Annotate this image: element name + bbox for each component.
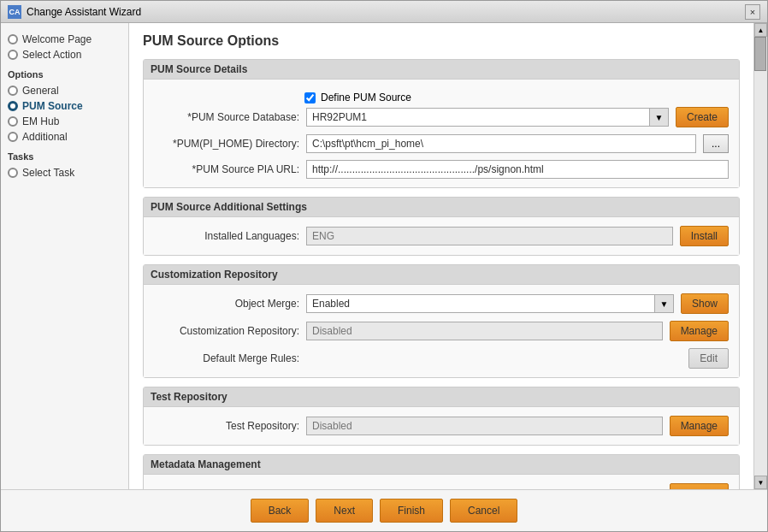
scrollbar[interactable]: ▲ ▼: [753, 23, 767, 489]
pum-source-additional-section: PUM Source Additional Settings Installed…: [143, 197, 740, 256]
sidebar-item-general[interactable]: General: [8, 83, 121, 98]
radio-welcome-page: [8, 34, 18, 44]
default-merge-row: Default Merge Rules: Edit: [154, 348, 729, 369]
sidebar-item-pum-source[interactable]: PUM Source: [8, 98, 121, 114]
pia-url-input[interactable]: [306, 160, 729, 179]
back-button[interactable]: Back: [251, 499, 310, 523]
migrate-row: Migrate Customer Data: Manage: [154, 483, 729, 489]
sidebar-label-em-hub: EM Hub: [22, 115, 59, 127]
test-repository-header: Test Repository: [144, 387, 739, 407]
page-title: PUM Source Options: [143, 33, 740, 49]
languages-input: [306, 227, 673, 245]
title-bar-text: Change Assistant Wizard: [27, 6, 740, 18]
database-select-wrapper: HR92PUM1 ▼: [306, 108, 669, 127]
default-merge-label: Default Merge Rules:: [154, 352, 299, 364]
object-merge-select-wrapper: Enabled Disabled ▼: [306, 294, 674, 313]
test-repo-row: Test Repository: Manage: [154, 416, 729, 436]
finish-button[interactable]: Finish: [380, 499, 443, 523]
main-content: Welcome Page Select Action Options Gener…: [1, 23, 767, 489]
sidebar-label-welcome-page: Welcome Page: [22, 33, 92, 45]
test-repository-section: Test Repository Test Repository: Manage: [143, 387, 740, 446]
database-select[interactable]: HR92PUM1: [306, 108, 650, 127]
create-button[interactable]: Create: [676, 107, 729, 127]
metadata-management-header: Metadata Management: [144, 455, 739, 475]
cancel-button[interactable]: Cancel: [450, 499, 517, 523]
custom-repo-label: Customization Repository:: [154, 325, 299, 337]
pi-home-browse-button[interactable]: ...: [703, 134, 729, 153]
pia-url-row: *PUM Source PIA URL:: [154, 160, 729, 179]
radio-pum-source: [8, 101, 18, 111]
test-repo-manage-button[interactable]: Manage: [670, 416, 729, 436]
custom-repo-row: Customization Repository: Manage: [154, 321, 729, 341]
scroll-up-button[interactable]: ▲: [754, 23, 767, 37]
sidebar-item-em-hub[interactable]: EM Hub: [8, 114, 121, 129]
pi-home-input[interactable]: [306, 134, 696, 153]
database-select-arrow[interactable]: ▼: [650, 108, 669, 127]
sidebar-label-pum-source: PUM Source: [22, 100, 83, 112]
object-merge-select[interactable]: Enabled Disabled: [306, 294, 655, 313]
tasks-section-label: Tasks: [8, 151, 121, 162]
object-merge-label: Object Merge:: [154, 298, 299, 310]
object-merge-select-arrow[interactable]: ▼: [655, 294, 674, 313]
app-icon: CA: [8, 5, 21, 19]
radio-general: [8, 86, 18, 96]
install-button[interactable]: Install: [680, 226, 729, 246]
title-bar: CA Change Assistant Wizard ×: [1, 1, 767, 23]
pum-source-details-section: PUM Source Details Define PUM Source *PU…: [143, 59, 740, 188]
radio-select-action: [8, 50, 18, 60]
languages-label: Installed Languages:: [154, 230, 299, 242]
next-button[interactable]: Next: [316, 499, 373, 523]
close-button[interactable]: ×: [745, 4, 760, 20]
custom-repo-input: [306, 322, 663, 340]
scroll-down-button[interactable]: ▼: [754, 476, 767, 489]
pum-source-additional-header: PUM Source Additional Settings: [144, 198, 739, 217]
radio-em-hub: [8, 116, 18, 127]
database-row: *PUM Source Database: HR92PUM1 ▼ Create: [154, 107, 729, 127]
pi-home-row: *PUM(PI_HOME) Directory: ...: [154, 134, 729, 153]
show-button[interactable]: Show: [681, 293, 729, 314]
test-repo-input: [306, 417, 663, 435]
scroll-thumb[interactable]: [754, 37, 766, 71]
sidebar-item-select-task[interactable]: Select Task: [8, 165, 121, 180]
radio-select-task: [8, 168, 18, 178]
pia-url-label: *PUM Source PIA URL:: [154, 163, 299, 175]
main-window: CA Change Assistant Wizard × Welcome Pag…: [0, 0, 768, 532]
metadata-management-section: Metadata Management Migrate Customer Dat…: [143, 454, 740, 489]
test-repo-label: Test Repository:: [154, 420, 299, 432]
languages-row: Installed Languages: Install: [154, 226, 729, 246]
object-merge-row: Object Merge: Enabled Disabled ▼ Show: [154, 293, 729, 314]
customization-repository-section: Customization Repository Object Merge: E…: [143, 264, 740, 378]
sidebar-label-select-task: Select Task: [22, 167, 74, 179]
sidebar: Welcome Page Select Action Options Gener…: [1, 23, 129, 489]
options-section-label: Options: [8, 69, 121, 80]
sidebar-label-general: General: [22, 85, 59, 97]
footer: Back Next Finish Cancel: [1, 489, 767, 531]
metadata-management-body: Migrate Customer Data: Manage: [144, 475, 739, 489]
pum-source-details-header: PUM Source Details: [144, 60, 739, 80]
sidebar-item-welcome-page[interactable]: Welcome Page: [8, 32, 121, 47]
content-area: PUM Source Options PUM Source Details De…: [129, 23, 753, 489]
pum-source-details-body: Define PUM Source *PUM Source Database: …: [144, 80, 739, 187]
scroll-track: [754, 37, 767, 476]
radio-additional: [8, 132, 18, 142]
database-label: *PUM Source Database:: [154, 111, 299, 123]
metadata-manage-button[interactable]: Manage: [670, 483, 729, 489]
sidebar-item-select-action[interactable]: Select Action: [8, 47, 121, 62]
customization-repository-body: Object Merge: Enabled Disabled ▼ Show Cu…: [144, 285, 739, 377]
pum-source-additional-body: Installed Languages: Install: [144, 217, 739, 255]
sidebar-item-additional[interactable]: Additional: [8, 129, 121, 145]
custom-repo-manage-button[interactable]: Manage: [670, 321, 729, 341]
define-pum-source-row: Define PUM Source: [154, 88, 729, 107]
define-pum-source-label: Define PUM Source: [321, 92, 411, 103]
test-repository-body: Test Repository: Manage: [144, 407, 739, 445]
define-pum-source-checkbox[interactable]: [304, 92, 316, 103]
pi-home-label: *PUM(PI_HOME) Directory:: [154, 138, 299, 150]
customization-repository-header: Customization Repository: [144, 265, 739, 285]
sidebar-label-additional: Additional: [22, 131, 68, 143]
edit-button[interactable]: Edit: [688, 348, 729, 369]
sidebar-label-select-action: Select Action: [22, 49, 81, 61]
